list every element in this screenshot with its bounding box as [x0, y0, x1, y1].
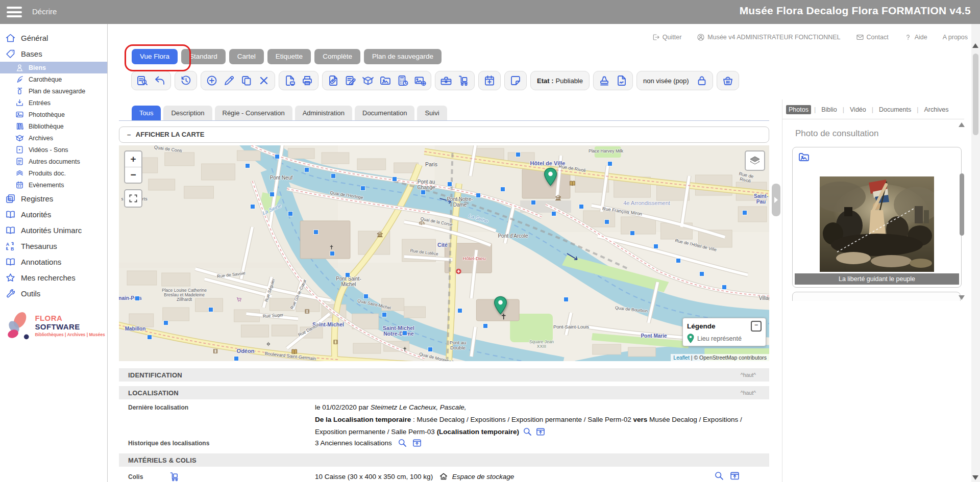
trolley-button[interactable] — [456, 73, 471, 88]
map-marker-pin[interactable] — [494, 296, 507, 315]
box-open-button[interactable] — [360, 73, 376, 88]
open-record-icon[interactable] — [412, 438, 422, 448]
identification-title: IDENTIFICATION — [128, 371, 182, 379]
scroll-up-arrow[interactable] — [972, 43, 978, 48]
map-label: Boulevard Saint-Germain — [264, 351, 316, 361]
sidebar-item-g-n-ral[interactable]: Général — [0, 30, 107, 46]
layers-button[interactable] — [745, 150, 765, 171]
map-section-header[interactable]: – AFFICHER LA CARTE — [119, 126, 769, 143]
view-tab-vue-flora[interactable]: Vue Flora — [132, 49, 178, 64]
view-tab-compl-te[interactable]: Complète — [314, 49, 360, 64]
leaflet-link[interactable]: Leaflet — [673, 354, 690, 361]
sidebar-item-phototh-que[interactable]: Photothèque — [0, 109, 107, 120]
subtab-administration[interactable]: Administration — [295, 106, 352, 120]
media-tab-documents[interactable]: Documents — [876, 105, 914, 114]
photo-card: La liberté guidant le peuple — [792, 147, 962, 288]
sidebar-item-vid-os-sons[interactable]: Vidéos - Sons — [0, 144, 107, 156]
sidebar-item-autorit-s-unimarc[interactable]: Autorités Unimarc — [0, 222, 107, 238]
search-icon[interactable] — [397, 438, 407, 448]
pencil-button[interactable] — [222, 73, 237, 88]
undo-button[interactable] — [152, 73, 167, 88]
media-tab-vid-o[interactable]: Vidéo — [847, 105, 869, 114]
sidebar-item-caroth-que[interactable]: Carothèque — [0, 73, 107, 85]
header-link-aide[interactable]: Aide — [904, 33, 927, 41]
scroll-up-arrow[interactable] — [959, 122, 965, 127]
basket-button[interactable] — [720, 73, 736, 88]
search-icon[interactable] — [714, 470, 724, 481]
toolbox-button[interactable] — [438, 73, 454, 88]
sidebar-item-plan-de-sauvegarde[interactable]: Plan de sauvegarde — [0, 85, 107, 97]
view-tab-etiquette[interactable]: Etiquette — [267, 49, 311, 64]
panel-collapse-handle[interactable] — [772, 184, 780, 216]
media-tab-biblio[interactable]: Biblio — [819, 105, 840, 114]
form-edit-button[interactable] — [343, 73, 358, 88]
legend-collapse-button[interactable]: − — [751, 321, 762, 332]
subtab-r-gie-conservation[interactable]: Régie - Conservation — [215, 106, 292, 120]
sidebar-item-produits-doc[interactable]: Produits doc. — [0, 167, 107, 179]
calc-button[interactable] — [395, 73, 410, 88]
media-tab-archives[interactable]: Archives — [921, 105, 951, 114]
top-link[interactable]: ^haut^ — [741, 372, 756, 378]
map-label: Saint-Michel — [312, 322, 344, 327]
trolley-icon[interactable] — [169, 471, 180, 482]
sidebar-item-bases[interactable]: Bases — [0, 46, 107, 62]
scroll-down-arrow[interactable] — [959, 295, 965, 300]
sidebar-item-entr-es[interactable]: Entrées — [0, 97, 107, 109]
media-tab-photos[interactable]: Photos — [786, 105, 811, 114]
sidebar-item-annotations[interactable]: Annotations — [0, 254, 107, 270]
map-marker-pin[interactable] — [544, 167, 557, 186]
header-link-contact[interactable]: Contact — [856, 33, 889, 41]
card-img-button[interactable] — [412, 73, 428, 88]
subtab-tous[interactable]: Tous — [132, 106, 161, 120]
openbook-icon — [5, 209, 16, 220]
copy-button[interactable] — [239, 73, 254, 88]
sidebar-item-registres[interactable]: Registres — [0, 191, 107, 207]
zoom-in-button[interactable]: + — [125, 151, 141, 167]
section-localisation: LOCALISATION ^haut^ — [119, 386, 769, 399]
plus-c-button[interactable] — [204, 73, 219, 88]
open-record-icon[interactable] — [729, 470, 740, 481]
sidebar-item-autorit-s[interactable]: Autorités — [0, 207, 107, 222]
sidebar-item-biens[interactable]: Biens — [0, 62, 107, 73]
sidebar-item-outils[interactable]: Outils — [0, 286, 107, 301]
hamburger-menu-icon[interactable] — [7, 7, 22, 18]
list-search-button[interactable] — [135, 73, 150, 88]
lock-button[interactable] — [694, 73, 709, 88]
subtab-description[interactable]: Description — [163, 106, 212, 120]
sidebar-item-thesaurus[interactable]: Thesaurus — [0, 238, 107, 254]
stamp-button[interactable] — [597, 73, 612, 88]
sidebar-item-autres-documents[interactable]: Autres documents — [0, 156, 107, 167]
note-button[interactable] — [508, 73, 523, 88]
view-tab-cartel[interactable]: Cartel — [229, 49, 264, 64]
history-button[interactable] — [178, 73, 193, 88]
scroll-down-arrow[interactable] — [972, 475, 978, 480]
scrollbar-thumb[interactable] — [960, 173, 964, 236]
sidebar-item-biblioth-que[interactable]: Bibliothèque — [0, 120, 107, 132]
top-link[interactable]: ^haut^ — [741, 390, 756, 396]
sidebar-item-ev-nements[interactable]: Evènements — [0, 179, 107, 191]
map[interactable]: Quai de Contis Beaux-ArtsPont NeufParisP… — [119, 145, 769, 361]
subtab-suivi[interactable]: Suivi — [417, 106, 447, 120]
sidebar-item-archives[interactable]: Archives — [0, 132, 107, 144]
x-button[interactable] — [256, 73, 272, 88]
search-icon[interactable] — [522, 426, 532, 437]
header-link-quitter[interactable]: Quitter — [652, 33, 682, 41]
scrollbar-thumb[interactable] — [973, 54, 978, 135]
view-tab-plan-de-sauvegarde[interactable]: Plan de sauvegarde — [364, 49, 442, 64]
header-link-mus-e-v4-administrateur-fonctionnel[interactable]: Musée v4 ADMINISTRATEUR FONCTIONNEL — [697, 33, 840, 41]
file-attach-button[interactable] — [326, 73, 341, 88]
printer-button[interactable] — [300, 73, 315, 88]
file-print-button[interactable] — [282, 73, 298, 88]
zoom-out-button[interactable]: − — [125, 167, 141, 183]
open-record-icon[interactable] — [535, 426, 546, 437]
sidebar-item-mes-recherches[interactable]: Mes recherches — [0, 270, 107, 286]
folder-img-button[interactable] — [378, 73, 393, 88]
view-tab-standard[interactable]: Standard — [181, 49, 226, 64]
header-link-a-propos[interactable]: A propos — [943, 34, 968, 41]
fullscreen-button[interactable] — [124, 189, 142, 208]
folder-image-icon[interactable] — [798, 151, 810, 163]
sign-button[interactable] — [614, 73, 629, 88]
subtab-documentation[interactable]: Documentation — [355, 106, 414, 120]
route-handle — [579, 205, 583, 209]
cal-plus-button[interactable] — [482, 73, 497, 88]
